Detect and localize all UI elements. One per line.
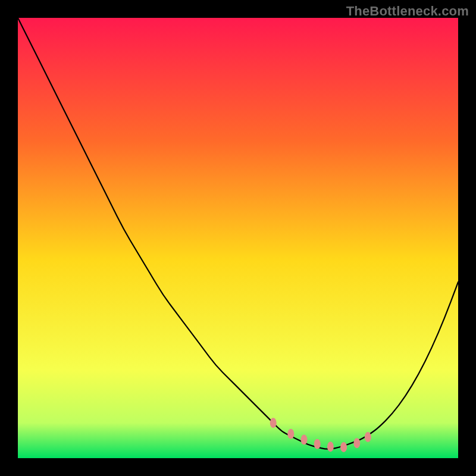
curve-marker [353, 438, 360, 448]
curve-marker [314, 439, 321, 449]
plot-area [18, 18, 458, 458]
curve-marker [340, 442, 347, 452]
watermark-text: TheBottleneck.com [346, 4, 469, 19]
curve-marker [365, 432, 371, 442]
curve-marker [270, 418, 277, 428]
chart-frame: TheBottleneck.com [0, 0, 476, 476]
curve-marker [287, 429, 294, 439]
curve-marker [301, 434, 308, 444]
chart-svg [18, 18, 458, 458]
curve-marker [327, 441, 334, 452]
gradient-bg [18, 18, 458, 458]
